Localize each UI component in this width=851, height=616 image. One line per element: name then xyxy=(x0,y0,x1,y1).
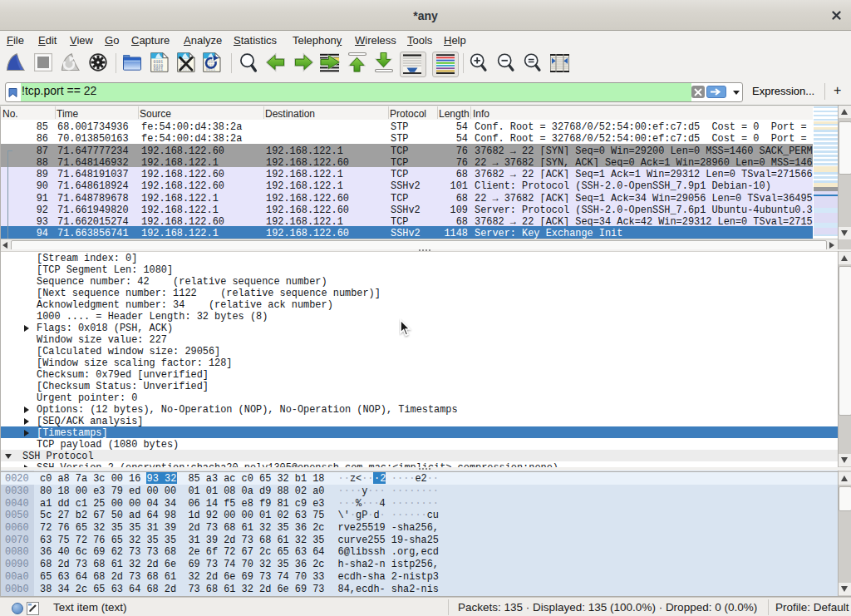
svg-text:0011: 0011 xyxy=(154,67,164,71)
